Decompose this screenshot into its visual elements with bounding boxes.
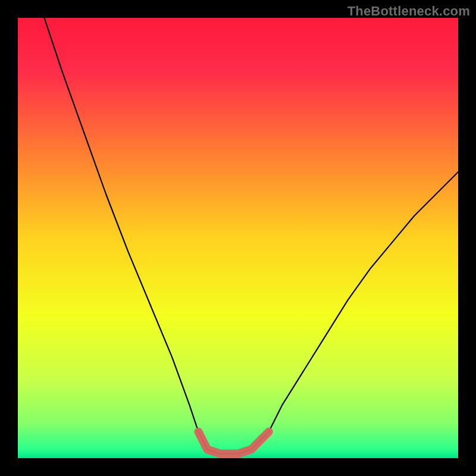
bottleneck-chart: [18, 18, 458, 458]
watermark-label: TheBottleneck.com: [347, 4, 470, 19]
plot-area: [18, 18, 458, 458]
gradient-background: [18, 18, 458, 458]
chart-frame: TheBottleneck.com: [0, 0, 476, 476]
